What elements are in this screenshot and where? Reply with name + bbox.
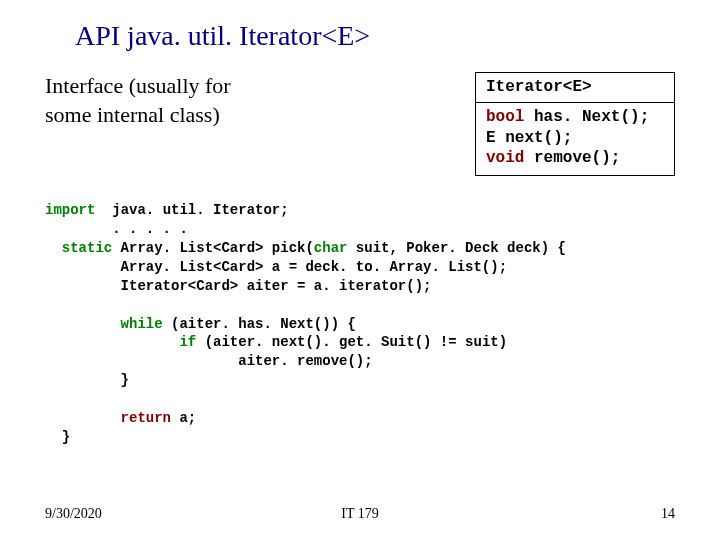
keyword-void: void <box>486 149 524 167</box>
code-l3a: Array. List<Card> pick( <box>112 240 314 256</box>
slide: API java. util. Iterator<E> Interface (u… <box>0 0 720 540</box>
iterator-interface-box: Iterator<E> bool has. Next(); E next(); … <box>475 72 675 176</box>
footer: 9/30/2020 IT 179 14 <box>0 506 720 522</box>
code-l3b: suit, Poker. Deck deck) { <box>347 240 565 256</box>
iterator-box-line2: E next(); <box>486 128 664 149</box>
code-block: import java. util. Iterator; . . . . . s… <box>45 201 675 447</box>
footer-course: IT 179 <box>0 506 720 522</box>
iterator-line3-rest: remove(); <box>524 149 620 167</box>
keyword-bool: bool <box>486 108 524 126</box>
interface-desc-line1: Interface (usually for <box>45 73 231 98</box>
code-l1-rest: java. util. Iterator; <box>95 202 288 218</box>
code-l9: } <box>45 372 129 388</box>
keyword-char: char <box>314 240 348 256</box>
iterator-box-line1: bool has. Next(); <box>486 107 664 128</box>
iterator-line1-rest: has. Next(); <box>524 108 649 126</box>
upper-row: Interface (usually for some internal cla… <box>45 72 675 176</box>
keyword-return: return <box>45 410 171 426</box>
slide-title: API java. util. Iterator<E> <box>75 20 675 52</box>
keyword-while: while <box>45 316 163 332</box>
interface-desc-line2: some internal class) <box>45 102 220 127</box>
code-l4: Array. List<Card> a = deck. to. Array. L… <box>45 259 507 275</box>
code-l2: . . . . . <box>45 221 188 237</box>
keyword-if: if <box>45 334 196 350</box>
keyword-static: static <box>45 240 112 256</box>
code-l6-rest: (aiter. has. Next()) { <box>163 316 356 332</box>
code-l7-rest: (aiter. next(). get. Suit() != suit) <box>196 334 507 350</box>
iterator-box-header: Iterator<E> <box>476 73 674 103</box>
code-l11: } <box>45 429 70 445</box>
code-l5: Iterator<Card> aiter = a. iterator(); <box>45 278 431 294</box>
keyword-import: import <box>45 202 95 218</box>
code-l10-rest: a; <box>171 410 196 426</box>
code-l8: aiter. remove(); <box>45 353 373 369</box>
iterator-box-line3: void remove(); <box>486 148 664 169</box>
interface-description: Interface (usually for some internal cla… <box>45 72 475 129</box>
